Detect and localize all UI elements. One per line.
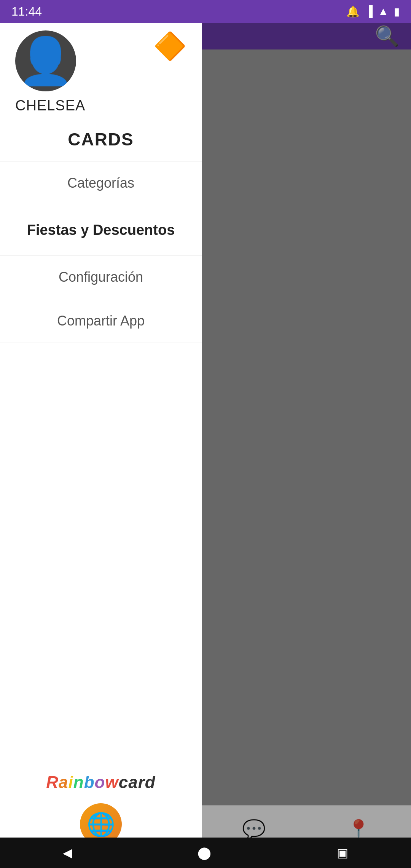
- status-bar: 11:44 🔔 ▐ ▲ ▮: [0, 0, 411, 23]
- user-avatar-icon: 👤: [17, 34, 74, 88]
- logo-letter-i: i: [68, 773, 73, 791]
- battery-icon: ▮: [394, 5, 400, 18]
- logo-letter-a: a: [59, 773, 68, 791]
- logo-letter-n: n: [73, 773, 84, 791]
- logo-letter-w: w: [105, 773, 118, 791]
- divider-4: [0, 343, 202, 343]
- drawer-scrim[interactable]: [202, 0, 411, 868]
- menu-item-fiestas[interactable]: Fiestas y Descuentos: [0, 205, 202, 255]
- menu-item-configuracion[interactable]: Configuración: [0, 255, 202, 299]
- cards-label: CARDS: [0, 125, 202, 161]
- rainbow-logo: Rainbowcard: [46, 773, 155, 792]
- logo-letter-R: R: [46, 773, 59, 791]
- signal-icon: ▐: [365, 5, 373, 18]
- logo-letter-b: b: [84, 773, 95, 791]
- back-button[interactable]: ◀: [63, 846, 72, 860]
- recent-button[interactable]: ▣: [337, 846, 348, 860]
- avatar[interactable]: 👤: [15, 30, 76, 91]
- menu-item-compartir[interactable]: Compartir App: [0, 299, 202, 343]
- home-button[interactable]: ⬤: [198, 846, 211, 860]
- logo-word-card: card: [119, 773, 156, 791]
- globe-icon: 🌐: [87, 811, 115, 838]
- menu-item-categorias[interactable]: Categorías: [0, 161, 202, 205]
- status-icons: 🔔 ▐ ▲ ▮: [346, 5, 400, 18]
- android-nav-bar: ◀ ⬤ ▣: [0, 838, 411, 868]
- status-time: 11:44: [11, 5, 42, 19]
- wifi-icon: ▲: [378, 5, 389, 18]
- username-label: CHELSEA: [15, 97, 85, 114]
- logo-letter-o: o: [95, 773, 105, 791]
- gem-icon: 🔶: [153, 30, 186, 62]
- notification-icon: 🔔: [346, 5, 360, 18]
- navigation-drawer: 11:44 🔔 ▐ ▲ ▮ 👤 CHELSEA 🔶 CARDS Categorí…: [0, 0, 202, 868]
